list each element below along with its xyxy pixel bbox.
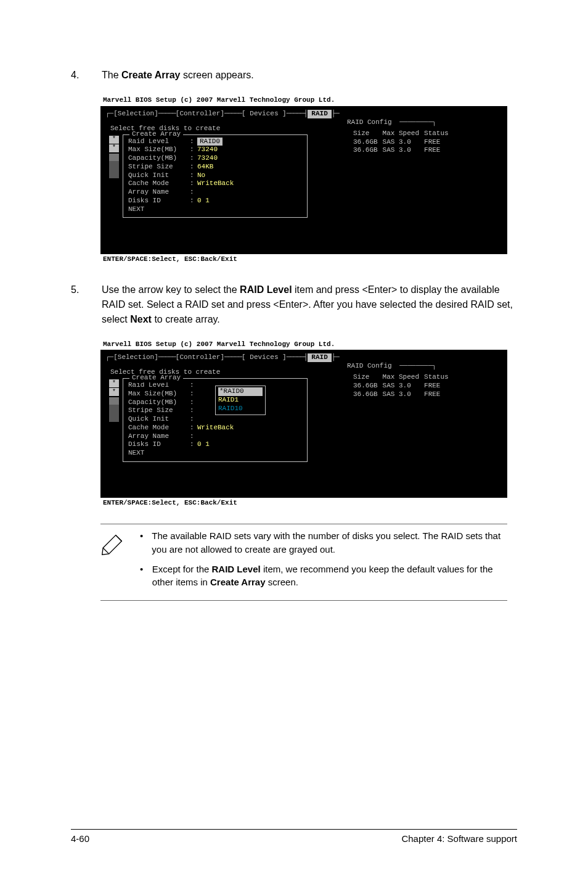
bios-screen-2: ┌─[Selection]─────[Controller]─────[ Dev… [100,350,507,498]
bios-title: Marvell BIOS Setup (c) 2007 Marvell Tech… [100,95,507,106]
raid-level-popup[interactable]: *RAID0 RAID1 RAID10 [215,386,266,415]
note-list: • The available RAID sets vary with the … [140,529,507,595]
left-region: Select free disks to create Create Array… [105,368,327,462]
raid-tab: RAID [308,110,331,118]
bios-footer: ENTER/SPACE:Select, ESC:Back/Exit [100,254,507,265]
create-array-title: Create Array [129,130,183,139]
popup-option-raid10: RAID10 [218,405,263,413]
left-region: Select free disks to create Create Array… [105,125,327,218]
disk-table: Size Max Speed Status 36.6GB SAS 3.0 FRE… [353,130,501,155]
page-number: 4-60 [71,833,89,844]
raid-config-label: RAID Config ────────┐ [347,118,436,127]
bios-screenshot-1: Marvell BIOS Setup (c) 2007 Marvell Tech… [100,95,507,265]
step5-number: 5. [71,283,82,327]
step4: 4. The Create Array screen appears. [71,68,517,83]
step5-text: Use the arrow key to select the RAID Lev… [102,283,517,327]
raid-level-value[interactable]: RAID0 [197,138,223,146]
step4-text: The Create Array screen appears. [102,68,517,83]
note-text-1: The available RAID sets vary with the nu… [152,529,507,556]
chapter-title: Chapter 4: Software support [401,833,517,844]
bullet-icon: • [140,529,143,556]
disk-table: Size Max Speed Status 36.6GB SAS 3.0 FRE… [353,373,501,398]
create-array-title: Create Array [129,374,183,382]
next-item[interactable]: NEXT [128,449,187,458]
bios-screen-1: ┌─[Selection]─────[Controller]─────[ Dev… [100,106,507,254]
step5: 5. Use the arrow key to select the RAID … [71,283,517,327]
bios-title: Marvell BIOS Setup (c) 2007 Marvell Tech… [100,339,507,350]
page-footer: 4-60 Chapter 4: Software support [71,829,517,844]
bios-screenshot-2: Marvell BIOS Setup (c) 2007 Marvell Tech… [100,339,507,510]
bullet-icon: • [140,563,144,590]
raid-config-label: RAID Config ────────┐ [347,362,436,371]
next-item[interactable]: NEXT [128,205,187,214]
bios-topline: ┌─[Selection]─────[Controller]─────[ Dev… [105,353,502,362]
note-icon [100,529,128,595]
note-block: • The available RAID sets vary with the … [100,524,507,601]
table-row: 36.6GB SAS 3.0 FREE [353,146,454,155]
table-row: 36.6GB SAS 3.0 FREE [353,138,454,147]
popup-option-raid1[interactable]: RAID1 [218,396,263,405]
table-row: 36.6GB SAS 3.0 FREE [353,382,454,390]
raid-tab: RAID [308,353,331,362]
create-array-box: Create Array Raid Level:RAID0 Max Size(M… [123,134,308,218]
popup-option-raid0[interactable]: *RAID0 [218,387,263,396]
table-row: 36.6GB SAS 3.0 FREE [353,390,454,399]
bios-footer: ENTER/SPACE:Select, ESC:Back/Exit [100,498,507,509]
bios-topline: ┌─[Selection]─────[Controller]─────[ Dev… [105,110,502,118]
note-text-2: Except for the RAID Level item, we recom… [152,563,507,590]
step4-number: 4. [71,68,82,83]
